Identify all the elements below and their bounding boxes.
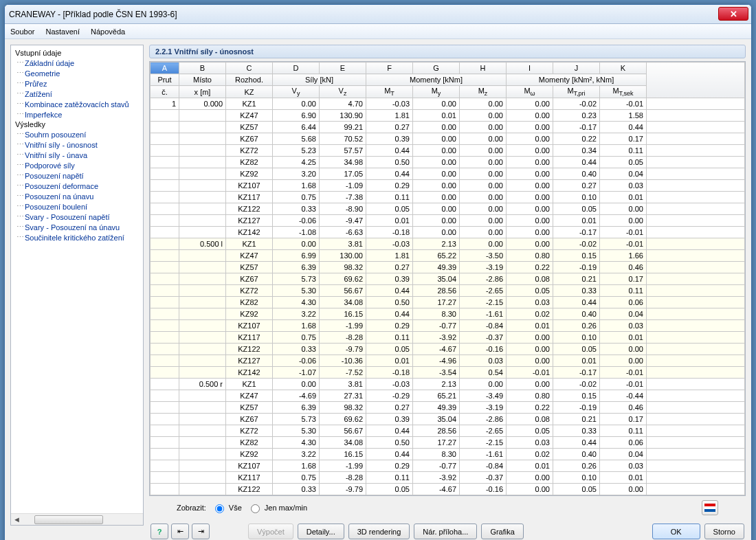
table-row[interactable]: KZ1170.75-8.280.11-3.92-0.370.000.100.01 [151, 332, 745, 344]
cell-mts: 0.04 [600, 449, 647, 460]
cell-vz: 34.08 [320, 437, 366, 449]
table-row[interactable]: KZ675.7369.620.3935.04-2.860.080.210.17 [151, 273, 745, 285]
nav-results-item[interactable]: ⋯Posouzení napětí [12, 170, 142, 181]
nav-results-item[interactable]: ⋯Vnitřní síly - únosnost [12, 139, 142, 150]
table-row[interactable]: KZ576.4499.210.270.000.000.00-0.170.44 [151, 122, 745, 133]
table-row[interactable]: KZ725.3056.670.4428.56-2.650.050.330.11 [151, 285, 745, 297]
help-button[interactable]: ? [151, 524, 168, 539]
filter-all[interactable]: Vše [212, 502, 242, 513]
nav-results-item[interactable]: ⋯Svary - Posouzení na únavu [12, 222, 142, 232]
cell-vy: 0.75 [273, 192, 320, 203]
flag-icon-button[interactable] [702, 500, 718, 515]
radio-all[interactable] [215, 504, 224, 513]
next-button[interactable]: ⇥ [192, 524, 210, 539]
col-K[interactable]: K [600, 63, 647, 74]
table-row[interactable]: KZ1220.33-8.900.050.000.000.000.050.00 [151, 203, 745, 215]
cell-kz: KZ92 [226, 308, 273, 320]
table-row[interactable]: KZ1220.33-9.790.05-4.67-0.160.000.050.00 [151, 484, 745, 495]
table-row[interactable]: KZ824.3034.080.5017.27-2.150.030.440.06 [151, 437, 745, 449]
table-row[interactable]: KZ127-0.06-10.360.01-4.960.030.000.010.0… [151, 355, 745, 367]
col-G[interactable]: G [413, 63, 460, 74]
cell-vy: 0.75 [273, 332, 320, 344]
table-row[interactable]: KZ923.2216.150.448.30-1.610.020.400.04 [151, 449, 745, 460]
cell-mt: 0.01 [366, 355, 413, 367]
vypocet-button[interactable]: Výpočet [248, 524, 293, 539]
cell-mt: 0.29 [366, 460, 413, 472]
cell-mts: 0.01 [600, 192, 647, 203]
table-row[interactable]: 10.000KZ10.004.70-0.030.000.000.00-0.02-… [151, 98, 745, 110]
col-F[interactable]: F [366, 63, 413, 74]
table-row[interactable]: KZ576.3998.320.2749.39-3.190.22-0.190.46 [151, 402, 745, 414]
table-row[interactable]: 0.500 lKZ10.003.81-0.032.130.000.00-0.02… [151, 238, 745, 250]
tree-dot-icon: ⋯ [15, 192, 25, 201]
nav-input-item[interactable]: ⋯Průřez [12, 78, 142, 89]
nav-results-item[interactable]: ⋯Svary - Posouzení napětí [12, 212, 142, 222]
cell-mz: 0.00 [460, 122, 507, 133]
render-button[interactable]: 3D rendering [348, 524, 410, 539]
table-row[interactable]: KZ127-0.06-9.470.010.000.000.000.010.00 [151, 215, 745, 227]
nav-results-item[interactable]: ⋯Vnitřní síly - únava [12, 150, 142, 160]
menu-soubor[interactable]: Soubor [10, 27, 34, 36]
col-C[interactable]: C [226, 63, 273, 74]
nav-results-item[interactable]: ⋯Posouzení boulení [12, 201, 142, 212]
table-row[interactable]: KZ725.2357.570.440.000.000.000.340.11 [151, 145, 745, 157]
nav-results-item[interactable]: ⋯Souhrn posouzení [12, 129, 142, 139]
table-row[interactable]: KZ1170.75-7.380.110.000.000.000.100.01 [151, 192, 745, 203]
cell-prut [151, 379, 179, 390]
nav-results-item[interactable]: ⋯Posouzení na únavu [12, 191, 142, 201]
nav-results-item[interactable]: ⋯Součinitele kritického zatížení [12, 232, 142, 243]
table-row[interactable]: KZ476.90130.901.810.010.000.000.231.58 [151, 110, 745, 122]
table-row[interactable]: KZ824.3034.080.5017.27-2.150.030.440.06 [151, 297, 745, 308]
prev-button[interactable]: ⇤ [171, 524, 189, 539]
table-row[interactable]: 0.500 rKZ10.003.81-0.032.130.000.00-0.02… [151, 379, 745, 390]
cell-x [179, 437, 226, 449]
cell-mts: 0.00 [600, 215, 647, 227]
table-row[interactable]: KZ824.2534.980.500.000.000.000.440.05 [151, 157, 745, 168]
col-A[interactable]: A [151, 63, 179, 74]
table-row[interactable]: KZ725.3056.670.4428.56-2.650.050.330.11 [151, 425, 745, 437]
ok-button[interactable]: OK [652, 524, 700, 539]
cell-kz: KZ57 [226, 122, 273, 133]
table-row[interactable]: KZ142-1.08-6.63-0.180.000.000.00-0.17-0.… [151, 227, 745, 238]
detaily-button[interactable]: Detaily... [298, 524, 344, 539]
radio-maxmin[interactable] [251, 504, 260, 513]
priloha-button[interactable]: Nár. příloha... [414, 524, 477, 539]
nav-input-item[interactable]: ⋯Zatížení [12, 89, 142, 99]
table-row[interactable]: KZ1170.75-8.280.11-3.92-0.370.000.100.01 [151, 472, 745, 484]
col-J[interactable]: J [553, 63, 600, 74]
nav-hscroll[interactable]: ◄ [11, 513, 143, 525]
menu-napoveda[interactable]: Nápověda [91, 27, 125, 36]
col-B[interactable]: B [179, 63, 226, 74]
cell-kz: KZ47 [226, 110, 273, 122]
table-row[interactable]: KZ1220.33-9.790.05-4.67-0.160.000.050.00 [151, 344, 745, 355]
col-D[interactable]: D [273, 63, 320, 74]
table-row[interactable]: KZ47-4.6927.31-0.2965.21-3.490.800.15-0.… [151, 390, 745, 402]
filter-maxmin[interactable]: Jen max/min [247, 502, 307, 513]
table-row[interactable]: KZ923.2017.050.440.000.000.000.400.04 [151, 168, 745, 180]
table-row[interactable]: KZ576.3998.320.2749.39-3.190.22-0.190.46 [151, 262, 745, 273]
nav-input-item[interactable]: ⋯Základní údaje [12, 58, 142, 68]
table-row[interactable]: KZ1071.68-1.990.29-0.77-0.840.010.260.03 [151, 320, 745, 332]
table-row[interactable]: KZ1071.68-1.990.29-0.77-0.840.010.260.03 [151, 460, 745, 472]
menu-nastaveni[interactable]: Nastavení [45, 27, 80, 36]
close-button[interactable]: ✕ [718, 7, 748, 21]
cell-x [179, 390, 226, 402]
table-row[interactable]: KZ1071.68-1.090.290.000.000.000.270.03 [151, 180, 745, 192]
table-row[interactable]: KZ476.99130.001.8165.22-3.500.800.151.66 [151, 250, 745, 262]
nav-results-item[interactable]: ⋯Posouzení deformace [12, 181, 142, 191]
grafika-button[interactable]: Grafika [481, 524, 523, 539]
table-row[interactable]: KZ923.2216.150.448.30-1.610.020.400.04 [151, 308, 745, 320]
table-row[interactable]: KZ675.7369.620.3935.04-2.860.080.210.17 [151, 414, 745, 425]
cell-mz: 0.00 [460, 157, 507, 168]
nav-results-item[interactable]: ⋯Podporové síly [12, 160, 142, 170]
nav-input-item[interactable]: ⋯Kombinace zatěžovacích stavů [12, 99, 142, 109]
table-row[interactable]: KZ675.6870.520.390.000.000.000.220.17 [151, 133, 745, 145]
col-E[interactable]: E [320, 63, 366, 74]
table-row[interactable]: KZ142-1.07-7.52-0.18-3.540.54-0.01-0.17-… [151, 367, 745, 379]
col-H[interactable]: H [460, 63, 507, 74]
storno-button[interactable]: Storno [704, 524, 744, 539]
nav-input-item[interactable]: ⋯Imperfekce [12, 109, 142, 120]
nav-input-item[interactable]: ⋯Geometrie [12, 68, 142, 78]
cell-my: -4.67 [413, 344, 460, 355]
col-I[interactable]: I [507, 63, 553, 74]
